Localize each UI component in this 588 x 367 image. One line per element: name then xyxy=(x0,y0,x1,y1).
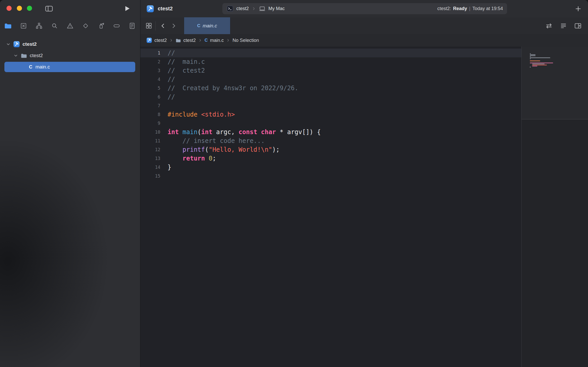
line-number[interactable]: 3 xyxy=(140,66,160,75)
disclosure-chevron-icon[interactable] xyxy=(13,53,18,58)
c-file-icon: C xyxy=(197,23,200,28)
line-number[interactable]: 5 xyxy=(140,84,160,93)
group-row-label: ctest2 xyxy=(30,53,43,58)
test-navigator-icon[interactable] xyxy=(81,22,90,30)
close-window-button[interactable] xyxy=(6,6,12,11)
issue-navigator-icon[interactable] xyxy=(66,22,74,30)
jump-bar: ctest2 ctest2 C main.c No Selection xyxy=(140,34,588,47)
code-line[interactable]: int main(int argc, const char * argv[]) … xyxy=(168,128,321,136)
code-line[interactable]: printf("Hello, World!\n"); xyxy=(168,145,321,154)
navigator-sidebar: ctest2 ctest2 C main.c xyxy=(0,0,140,367)
code-line[interactable]: // main.c xyxy=(168,57,321,66)
report-navigator-icon[interactable] xyxy=(128,22,136,30)
code-line[interactable]: // xyxy=(168,93,321,101)
xcode-project-icon xyxy=(146,37,152,43)
minimize-window-button[interactable] xyxy=(17,6,22,11)
sidebar-toggle-icon[interactable] xyxy=(45,4,53,13)
xcode-project-icon xyxy=(13,41,20,48)
tree-row-file-selected[interactable]: C main.c xyxy=(0,61,140,73)
code-token-call: printf xyxy=(183,146,205,153)
scheme-name[interactable]: ctest2 xyxy=(236,6,249,11)
code-token-comment: // xyxy=(168,49,175,57)
tree-row-project[interactable]: ctest2 xyxy=(0,39,140,50)
divider xyxy=(155,21,156,30)
line-number[interactable]: 9 xyxy=(140,119,160,128)
code-line[interactable] xyxy=(168,101,321,110)
minimap-line xyxy=(530,53,531,54)
line-number[interactable]: 8 xyxy=(140,110,160,119)
minimap-line xyxy=(530,63,553,63)
line-number[interactable]: 4 xyxy=(140,75,160,84)
destination-icon xyxy=(259,5,266,12)
chevron-right-icon xyxy=(252,6,256,11)
crumb-project[interactable]: ctest2 xyxy=(154,38,167,43)
disclosure-chevron-icon[interactable] xyxy=(6,42,11,47)
line-number[interactable]: 13 xyxy=(140,154,160,163)
code-line[interactable]: #include <stdio.h> xyxy=(168,110,321,119)
code-token-comment: // Created by 4nsw3r on 2022/9/26. xyxy=(168,85,298,92)
crumb-selection[interactable]: No Selection xyxy=(232,38,259,43)
scheme-activity-pill[interactable]: ctest2 My Mac ctest2: Ready | Today at 1… xyxy=(222,3,507,14)
source-editor[interactable]: 123456789101112131415 //// main.c// ctes… xyxy=(140,47,588,367)
line-number[interactable]: 11 xyxy=(140,136,160,145)
code-line[interactable] xyxy=(168,119,321,128)
code-line[interactable]: // insert code here... xyxy=(168,136,321,145)
line-number[interactable]: 7 xyxy=(140,101,160,110)
editor-options-icon[interactable] xyxy=(560,22,567,30)
code-token-number: 0 xyxy=(209,155,212,162)
code-token-comment: // main.c xyxy=(168,58,205,65)
breakpoint-navigator-icon[interactable] xyxy=(112,22,121,30)
add-editor-icon[interactable] xyxy=(574,22,582,30)
code-line[interactable]: // ctest2 xyxy=(168,66,321,75)
line-number[interactable]: 14 xyxy=(140,163,160,172)
minimap[interactable] xyxy=(521,47,588,367)
code-line[interactable]: return 0; xyxy=(168,154,321,163)
c-file-icon: C xyxy=(29,64,32,70)
tab-overview-icon[interactable] xyxy=(145,22,153,29)
code-review-arrows-icon[interactable] xyxy=(545,22,553,30)
library-plus-button[interactable] xyxy=(575,5,582,12)
find-navigator-icon[interactable] xyxy=(50,22,59,30)
minimap-line xyxy=(530,55,536,56)
folder-icon xyxy=(176,38,181,43)
toolbar-project: ctest2 xyxy=(146,0,173,17)
tree-row-group[interactable]: ctest2 xyxy=(0,50,140,61)
minimap-line xyxy=(530,54,536,55)
line-number[interactable]: 10 xyxy=(140,128,160,136)
code-token-plain: ( xyxy=(205,146,209,153)
code-token-preproc: #include xyxy=(168,111,198,118)
crumb-group[interactable]: ctest2 xyxy=(183,38,196,43)
project-navigator-icon[interactable] xyxy=(4,22,12,30)
symbol-navigator-icon[interactable] xyxy=(35,22,43,30)
minimap-bars xyxy=(530,53,585,79)
editor-controls xyxy=(545,22,582,30)
line-number[interactable]: 1 xyxy=(140,49,160,57)
line-number[interactable]: 12 xyxy=(140,145,160,154)
minimap-line xyxy=(530,67,531,67)
navigator-tab-bar xyxy=(0,17,140,34)
zoom-window-button[interactable] xyxy=(27,6,32,11)
scheme-icon xyxy=(227,5,233,12)
code-lines[interactable]: //// main.c// ctest2//// Created by 4nsw… xyxy=(168,49,321,180)
run-destination[interactable]: My Mac xyxy=(268,6,285,11)
debug-navigator-icon[interactable] xyxy=(97,22,105,30)
code-line[interactable]: // Created by 4nsw3r on 2022/9/26. xyxy=(168,84,321,93)
line-number[interactable]: 2 xyxy=(140,57,160,66)
code-token-comment: // xyxy=(168,93,175,101)
code-line[interactable]: // xyxy=(168,49,321,57)
code-token-string: <stdio.h> xyxy=(201,111,235,118)
minimap-line xyxy=(530,56,531,57)
run-button[interactable] xyxy=(123,5,131,12)
code-line[interactable]: } xyxy=(168,163,321,172)
code-line[interactable]: // xyxy=(168,75,321,84)
line-number[interactable]: 6 xyxy=(140,93,160,101)
back-button[interactable] xyxy=(160,22,167,29)
line-number[interactable]: 15 xyxy=(140,172,160,180)
code-token-plain: } xyxy=(168,164,171,171)
forward-button[interactable] xyxy=(170,22,177,29)
file-tree: ctest2 ctest2 C main.c xyxy=(0,39,140,73)
tab-main-c[interactable]: C main.c xyxy=(184,17,230,34)
crumb-file[interactable]: main.c xyxy=(210,38,224,43)
source-control-navigator-icon[interactable] xyxy=(19,22,28,30)
code-line[interactable] xyxy=(168,172,321,180)
